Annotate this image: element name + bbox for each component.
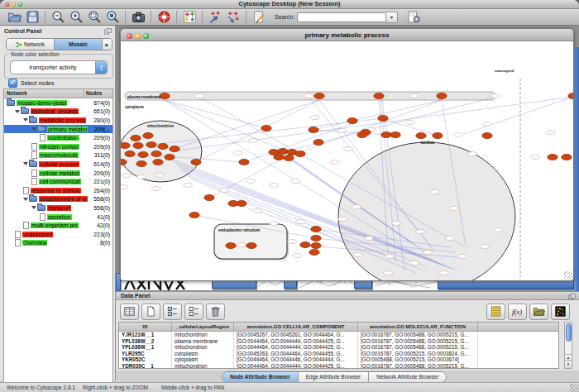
zoom-selected-region-icon: [88, 10, 102, 24]
tree-row[interactable]: response to stimulu264(0): [4, 186, 112, 195]
tab-mosaic[interactable]: Mosaic: [55, 39, 103, 50]
table-row[interactable]: YPL036W__2plasma membrane[GO:0044464, GO…: [119, 338, 558, 345]
tree-row[interactable]: multi-organism pro42(0): [4, 221, 112, 230]
table-row[interactable]: YKR052Ccytoplasm[GO:0044464, GO:0044446,…: [119, 356, 558, 363]
zoom-fit-button[interactable]: [103, 9, 122, 25]
table-row[interactable]: YJR121W__1mitochondrion[GO:0045267, GO:0…: [119, 332, 558, 338]
network-label: Overview: [22, 240, 47, 246]
network-view-title: primary metabolic process: [121, 29, 573, 41]
view-resize-grip[interactable]: [564, 271, 572, 280]
network-column-header[interactable]: Network: [4, 89, 84, 98]
help-button[interactable]: [155, 9, 173, 25]
tree-row[interactable]: nitrogen compo209(0): [4, 142, 112, 151]
view-minimize-button[interactable]: [135, 33, 141, 39]
select-attributes-button[interactable]: [163, 304, 182, 320]
search-input[interactable]: [297, 12, 386, 22]
view-zoom-button[interactable]: [143, 33, 149, 39]
tree-row[interactable]: cellular process614(0): [4, 160, 112, 169]
column-header[interactable]: _cellularLayoutRegion: [172, 323, 234, 331]
table-row[interactable]: YLR295Ccytoplasm[GO:0045263, GO:0044464,…: [119, 351, 558, 357]
tree-row[interactable]: macromolecule311(0): [4, 151, 112, 160]
tree-row[interactable]: secretion41(0): [4, 213, 112, 222]
svg-text:mitochondrion: mitochondrion: [147, 124, 174, 128]
node-color-selection-group: Node color selection transporter activit…: [4, 54, 113, 79]
network-canvas[interactable]: plasma membranecytoplasmmitochondrionnuc…: [120, 41, 574, 281]
column-header[interactable]: annotation.GO MOLECULAR_FUNCTION: [358, 323, 478, 331]
heatmap-view-button[interactable]: [551, 304, 570, 320]
tree-row[interactable]: primary metabo209(...: [4, 125, 112, 134]
expand-arrow-icon[interactable]: [23, 118, 28, 122]
tab-network-attribute-browser[interactable]: Network Attribute Browser: [369, 372, 446, 382]
expand-arrow-icon[interactable]: [23, 198, 28, 201]
table-row[interactable]: YPL036W__1mitochondrion[GO:0044464, GO:0…: [119, 344, 558, 351]
tab-node-attribute-browser[interactable]: Node Attribute Browser: [223, 372, 299, 382]
float-panel-icon[interactable]: [568, 294, 576, 300]
table-row[interactable]: YDR039C__1mitochondrion[GO:0044464, GO:0…: [119, 363, 558, 369]
scrollbar-thumb[interactable]: [566, 323, 572, 342]
nodes-column-header[interactable]: Nodes: [84, 89, 112, 98]
tree-row[interactable]: cellular metabol209(0): [4, 169, 112, 178]
search-dropdown-button[interactable]: ▾: [386, 12, 398, 23]
formula-builder-button[interactable]: f(x): [508, 304, 527, 320]
attribute-table-button[interactable]: [120, 304, 139, 320]
tab-edge-attribute-browser[interactable]: Edge Attribute Browser: [299, 372, 369, 382]
vizmapper-button[interactable]: [180, 9, 199, 25]
open-file-button[interactable]: [5, 9, 23, 25]
cell-molecular-function: [GO:0016787, GO:0005215, GO:0003824, G..…: [358, 351, 478, 357]
delete-attribute-button[interactable]: [206, 304, 225, 320]
column-header[interactable]: ID: [119, 323, 172, 331]
tree-row[interactable]: unassigned223(0): [4, 230, 112, 239]
help-icon: [157, 10, 171, 24]
new-attribute-button[interactable]: [141, 304, 160, 320]
column-header[interactable]: annotation.GO CELLULAR_COMPONENT: [234, 323, 358, 331]
float-panel-icon[interactable]: [104, 28, 112, 35]
expand-arrow-icon[interactable]: [15, 110, 20, 113]
select-nodes-label: Select nodes: [21, 80, 54, 86]
node-count: 614(0): [93, 161, 112, 167]
network-view-window[interactable]: primary metabolic process plasma membran…: [120, 28, 574, 281]
svg-text:cytoplasm: cytoplasm: [125, 105, 144, 109]
unselect-attributes-button[interactable]: [184, 304, 203, 320]
select-nodes-checkbox[interactable]: ✓: [8, 79, 17, 88]
matrix-view-button[interactable]: [486, 304, 505, 320]
node-count: 221(0): [93, 179, 112, 184]
tree-row[interactable]: Overview8(0): [4, 239, 112, 248]
network-view-titlebar[interactable]: primary metabolic process: [120, 28, 574, 41]
scroll-down-button[interactable]: ▼: [565, 361, 572, 368]
view-close-button[interactable]: [127, 33, 132, 39]
tree-row[interactable]: biological_process651(0): [4, 108, 112, 117]
expand-arrow-icon[interactable]: [23, 162, 28, 165]
zoom-out-button[interactable]: [49, 9, 67, 25]
tab-overflow-button[interactable]: ▶: [103, 39, 112, 50]
expand-arrow-icon[interactable]: [31, 127, 36, 131]
file-icon: [31, 151, 37, 159]
tree-row[interactable]: transport558(0): [4, 203, 112, 213]
node-color-combobox[interactable]: transporter activity ▲▼: [10, 60, 108, 74]
zoom-selected-region-button[interactable]: [85, 9, 103, 25]
tree-row[interactable]: establishment of lo558(0): [4, 195, 112, 204]
tree-row[interactable]: metabolic process280(0): [4, 116, 112, 125]
network-graph: plasma membranecytoplasmmitochondrionnuc…: [121, 41, 574, 281]
import-network-button[interactable]: [206, 9, 224, 25]
network-label: transport: [47, 205, 71, 211]
toolbar-separator: [125, 11, 126, 23]
attribute-table-body: YJR121W__1mitochondrion[GO:0045267, GO:0…: [119, 332, 558, 369]
annotation-icon: [252, 10, 266, 24]
tree-row[interactable]: mosaic-demo-yeast874(0): [4, 98, 112, 108]
combobox-stepper-icon: ▲▼: [95, 61, 107, 74]
annotation-button[interactable]: [250, 9, 268, 25]
zoom-in-button[interactable]: [67, 9, 85, 25]
tree-row[interactable]: nucleobase-209(0): [4, 133, 112, 142]
window-resize-grip[interactable]: [570, 384, 579, 392]
main-titlebar[interactable]: Cytoscape Desktop (New Session): [0, 0, 579, 9]
tab-network[interactable]: Network: [7, 39, 55, 50]
expand-arrow-icon[interactable]: [31, 206, 36, 209]
attribute-table-scrollbar[interactable]: ▲ ▼: [564, 322, 572, 369]
snapshot-button[interactable]: [129, 9, 147, 25]
save-button[interactable]: [23, 9, 41, 25]
modify-network-button[interactable]: [224, 9, 242, 25]
search-settings-icon[interactable]: [404, 9, 423, 25]
tree-row[interactable]: cell communicat221(0): [4, 177, 112, 186]
matrix-view-icon: [490, 305, 502, 318]
import-attributes-button[interactable]: [529, 304, 548, 320]
